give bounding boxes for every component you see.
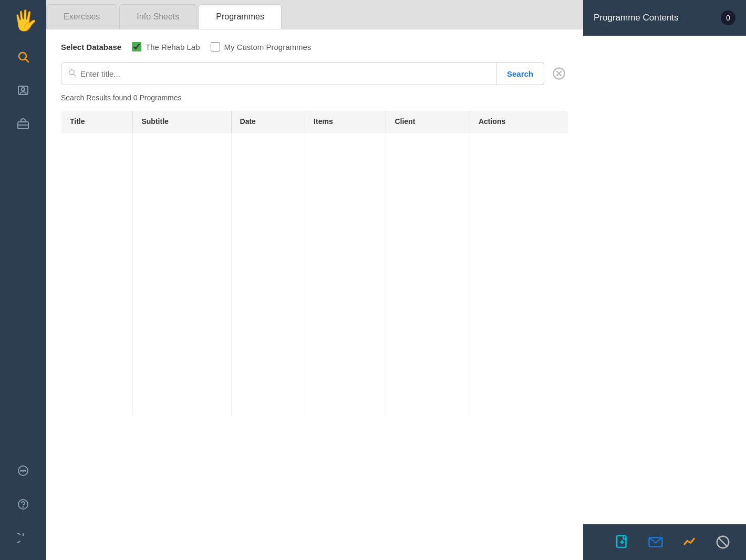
- col-title: Title: [61, 111, 133, 132]
- main-area: Exercises Info Sheets Programmes Select …: [46, 0, 583, 560]
- svg-point-13: [69, 70, 74, 75]
- right-panel-body: [583, 36, 746, 524]
- block-icon[interactable]: [712, 532, 733, 553]
- table-row-empty: [61, 132, 568, 416]
- search-icon-small: [68, 68, 76, 79]
- add-document-icon[interactable]: [612, 532, 633, 553]
- sidebar-item-power[interactable]: [8, 523, 38, 553]
- right-panel-badge: 0: [721, 11, 735, 25]
- col-date: Date: [231, 111, 305, 132]
- svg-point-4: [22, 88, 25, 91]
- mail-icon[interactable]: [645, 532, 666, 553]
- empty-cell-5: [386, 132, 470, 416]
- empty-cell-4: [305, 132, 386, 416]
- sidebar-item-contacts[interactable]: [8, 76, 38, 105]
- app-logo: 🖐: [8, 5, 38, 35]
- right-panel-title: Programme Contents: [594, 13, 679, 23]
- empty-cell-6: [470, 132, 568, 416]
- col-subtitle: Subtitle: [133, 111, 231, 132]
- db-label-rehab-lab: The Rehab Lab: [146, 43, 200, 51]
- table-header: Title Subtitle Date Items Client Actions: [61, 111, 568, 132]
- db-checkbox-rehab-lab[interactable]: [132, 42, 141, 51]
- db-checkbox-custom[interactable]: [211, 42, 220, 51]
- empty-cell-3: [231, 132, 305, 416]
- table-body: [61, 132, 568, 416]
- db-label-custom: My Custom Programmes: [224, 43, 312, 51]
- bottom-toolbar: [583, 524, 746, 560]
- clear-button[interactable]: [550, 64, 568, 83]
- sidebar-item-help[interactable]: [8, 490, 38, 519]
- sidebar-bottom: [8, 454, 38, 555]
- svg-text:🖐: 🖐: [13, 8, 36, 33]
- svg-point-8: [20, 470, 22, 471]
- db-option-rehab-lab[interactable]: The Rehab Lab: [132, 42, 200, 51]
- col-actions: Actions: [470, 111, 568, 132]
- sidebar-item-briefcase[interactable]: [8, 109, 38, 139]
- col-items: Items: [305, 111, 386, 132]
- select-database-row: Select Database The Rehab Lab My Custom …: [61, 42, 568, 51]
- empty-cell-2: [133, 132, 231, 416]
- select-database-label: Select Database: [61, 43, 121, 51]
- empty-cell-1: [61, 132, 133, 416]
- search-row: Search: [61, 62, 568, 85]
- results-text: Search Results found 0 Programmes: [61, 94, 568, 102]
- tab-info-sheets[interactable]: Info Sheets: [119, 4, 196, 29]
- search-button[interactable]: Search: [496, 62, 544, 85]
- content-panel: Select Database The Rehab Lab My Custom …: [46, 29, 583, 560]
- svg-line-14: [74, 74, 76, 76]
- right-panel-header: Programme Contents 0: [583, 0, 746, 36]
- search-input-wrapper: [61, 62, 496, 85]
- svg-line-21: [718, 537, 728, 547]
- chart-icon[interactable]: [679, 532, 700, 553]
- svg-point-9: [23, 470, 24, 471]
- svg-line-2: [26, 59, 29, 63]
- col-client: Client: [386, 111, 470, 132]
- sidebar: 🖐: [0, 0, 46, 560]
- tabs-bar: Exercises Info Sheets Programmes: [46, 0, 583, 29]
- results-table: Title Subtitle Date Items Client Actions: [61, 110, 568, 416]
- tab-exercises[interactable]: Exercises: [46, 4, 117, 29]
- db-option-custom[interactable]: My Custom Programmes: [211, 42, 312, 51]
- right-panel: Programme Contents 0: [583, 0, 746, 560]
- svg-point-10: [25, 470, 26, 471]
- search-input[interactable]: [80, 69, 490, 78]
- sidebar-item-chat[interactable]: [8, 456, 38, 485]
- svg-point-12: [23, 507, 24, 507]
- sidebar-item-search[interactable]: [8, 42, 38, 71]
- tab-programmes[interactable]: Programmes: [199, 4, 282, 29]
